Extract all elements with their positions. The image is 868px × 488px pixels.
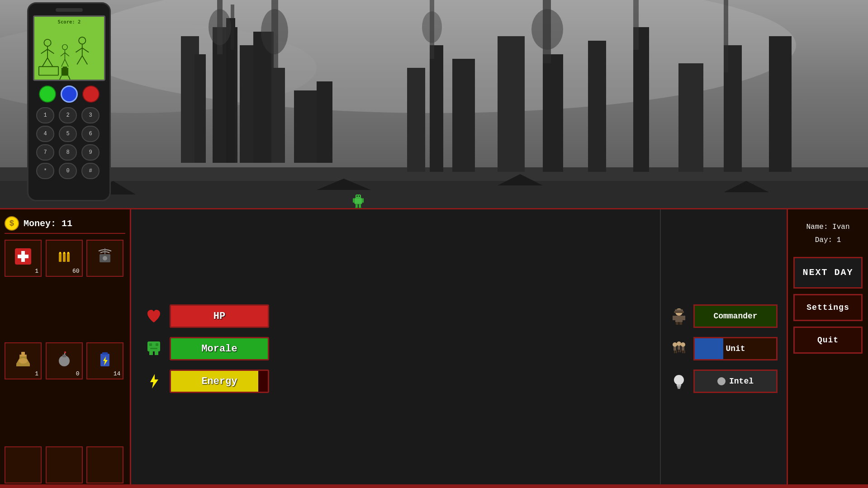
svg-point-116 — [673, 342, 677, 347]
player-name: Name: Ivan — [793, 221, 863, 234]
key-7[interactable]: 7 — [36, 144, 54, 161]
svg-rect-113 — [683, 316, 685, 320]
key-5[interactable]: 5 — [59, 126, 77, 142]
svg-rect-81 — [18, 255, 28, 258]
key-0[interactable]: 0 — [59, 163, 77, 179]
bottom-panel: $ Money: 11 1 — [0, 208, 868, 488]
svg-rect-131 — [678, 388, 680, 389]
phone-speaker — [56, 8, 83, 12]
inv-count-3: 1 — [35, 370, 38, 377]
svg-rect-103 — [156, 343, 158, 346]
hp-bar: HP — [170, 304, 269, 328]
unit-button[interactable]: Unit — [693, 337, 778, 360]
intel-row: Intel — [670, 370, 778, 393]
red-button[interactable] — [82, 85, 100, 103]
player-info: Name: Ivan Day: 1 — [793, 216, 863, 251]
inventory-slot-2[interactable] — [86, 240, 123, 277]
svg-point-33 — [422, 11, 442, 43]
ammo-icon — [55, 247, 73, 269]
morale-label: Morale — [201, 343, 237, 355]
blue-button[interactable] — [61, 85, 78, 103]
hp-icon — [145, 307, 163, 325]
inventory-slot-3[interactable]: 1 — [5, 342, 42, 379]
svg-rect-15 — [430, 45, 443, 172]
svg-rect-123 — [676, 351, 677, 353]
phone-buttons: 1 2 3 4 5 6 7 8 9 * 0 # — [32, 85, 106, 179]
svg-rect-4 — [194, 54, 206, 163]
svg-rect-119 — [678, 346, 680, 350]
svg-text:Score: 2: Score: 2 — [57, 19, 81, 24]
unit-row: Unit — [670, 337, 778, 360]
energy-row: Energy — [145, 370, 646, 393]
settings-button[interactable]: Settings — [793, 294, 863, 321]
quit-button[interactable]: Quit — [793, 327, 863, 354]
svg-rect-78 — [359, 208, 361, 208]
grenade-icon — [55, 350, 73, 372]
svg-rect-106 — [155, 351, 158, 355]
green-button[interactable] — [39, 85, 56, 103]
key-4[interactable]: 4 — [36, 126, 54, 142]
intel-button[interactable]: Intel — [693, 370, 778, 393]
svg-rect-30 — [724, 0, 728, 72]
svg-rect-127 — [684, 351, 685, 353]
inv-count-1: 60 — [72, 268, 80, 275]
svg-rect-19 — [588, 41, 606, 172]
flask-icon — [14, 350, 32, 372]
svg-rect-11 — [317, 81, 332, 163]
firstaid-icon — [14, 247, 32, 269]
svg-rect-23 — [769, 36, 792, 172]
svg-rect-99 — [102, 352, 108, 355]
intel-icon — [670, 372, 688, 390]
svg-rect-92 — [20, 355, 26, 356]
svg-rect-121 — [682, 347, 684, 351]
key-9[interactable]: 9 — [81, 144, 100, 161]
svg-point-120 — [681, 342, 685, 347]
commander-row: Commander — [670, 304, 778, 328]
svg-point-128 — [674, 375, 684, 385]
svg-rect-84 — [63, 253, 66, 262]
energy-label: Energy — [201, 376, 237, 387]
svg-rect-9 — [271, 68, 285, 163]
svg-rect-68 — [356, 195, 361, 198]
svg-rect-75 — [356, 204, 358, 208]
inventory-slot-0[interactable]: 1 — [5, 240, 42, 277]
inventory-slot-5[interactable]: 14 — [86, 342, 123, 379]
unit-btn-fill — [695, 338, 723, 359]
inv-slot-empty-1[interactable] — [46, 446, 83, 483]
svg-point-89 — [103, 256, 107, 261]
key-star[interactable]: * — [36, 163, 54, 179]
svg-point-31 — [209, 9, 231, 45]
svg-rect-83 — [59, 252, 61, 254]
inventory-slot-4[interactable]: 0 — [46, 342, 83, 379]
key-2[interactable]: 2 — [59, 107, 77, 123]
svg-rect-21 — [678, 63, 703, 172]
key-1[interactable]: 1 — [36, 107, 54, 123]
electric-icon — [96, 350, 114, 372]
svg-point-34 — [531, 9, 563, 50]
commander-button[interactable]: Commander — [693, 304, 778, 328]
svg-point-118 — [677, 341, 681, 346]
morale-bar: Morale — [170, 337, 269, 360]
next-day-button[interactable]: NEXT DAY — [793, 257, 863, 289]
inv-slot-empty-2[interactable] — [86, 446, 123, 483]
unit-label: Unit — [726, 344, 745, 353]
key-6[interactable]: 6 — [81, 126, 100, 142]
svg-rect-39 — [34, 17, 104, 80]
color-button-row — [39, 85, 100, 103]
svg-rect-25 — [231, 5, 234, 50]
svg-rect-101 — [147, 341, 160, 351]
key-hash[interactable]: # — [81, 163, 100, 179]
svg-rect-105 — [149, 351, 153, 355]
player-day: Day: 1 — [793, 234, 863, 247]
svg-rect-14 — [407, 68, 425, 172]
intel-label: Intel — [729, 377, 754, 386]
key-3[interactable]: 3 — [81, 107, 100, 123]
key-8[interactable]: 8 — [59, 144, 77, 161]
svg-rect-73 — [353, 198, 355, 203]
svg-rect-85 — [63, 252, 65, 254]
inv-slot-empty-0[interactable] — [5, 446, 42, 483]
svg-rect-16 — [452, 59, 475, 172]
inventory-slot-1[interactable]: 60 — [46, 240, 83, 277]
svg-rect-17 — [498, 36, 525, 172]
svg-marker-107 — [150, 374, 158, 389]
